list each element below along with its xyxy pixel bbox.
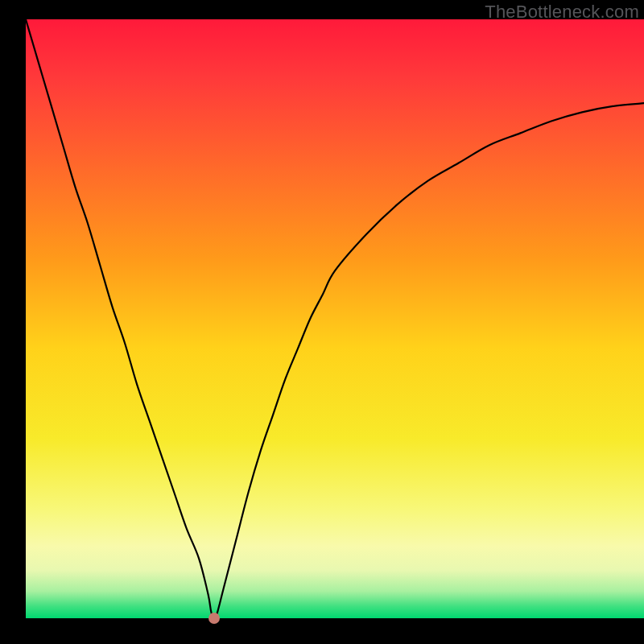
minimum-marker <box>208 613 220 624</box>
bottleneck-curve <box>26 19 644 618</box>
plot-area <box>26 19 644 618</box>
bottleneck-chart: TheBottleneck.com <box>26 0 644 618</box>
